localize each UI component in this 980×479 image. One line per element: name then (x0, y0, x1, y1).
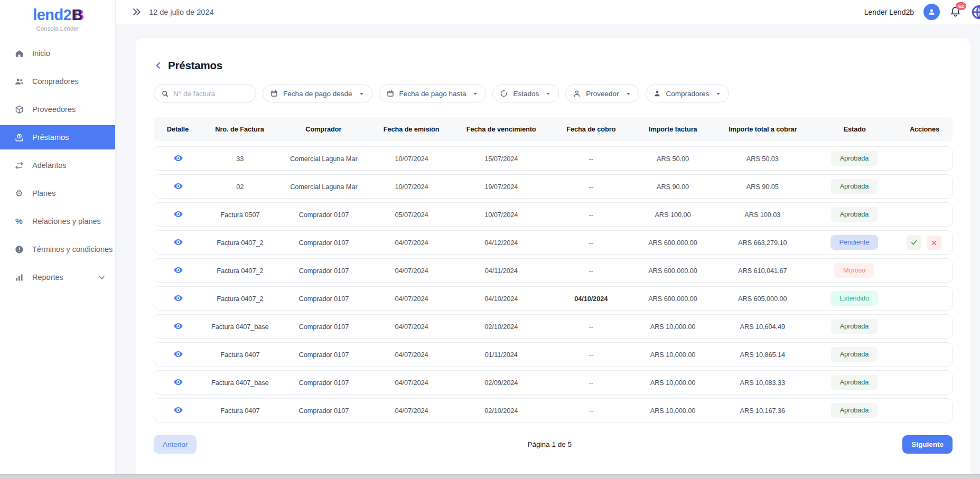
eye-icon (173, 293, 183, 303)
loans-card: Préstamos Fecha de pago desdeFecha de pa… (136, 38, 970, 479)
table-row: Factura 0507Comprador 010705/07/202410/0… (154, 202, 953, 227)
collection-date: -- (549, 323, 633, 331)
collection-date: -- (549, 239, 633, 247)
status-badge: Aprobada (831, 319, 878, 334)
status-circle-icon (500, 89, 508, 98)
due-date: 04/12/2024 (453, 239, 549, 247)
total-amount: ARS 663,279.10 (713, 239, 813, 247)
previous-page-button[interactable]: Anterior (154, 435, 197, 454)
search-input[interactable] (173, 90, 249, 98)
plans-icon: ⚙ (14, 188, 24, 199)
filter-label: Estados (513, 90, 539, 98)
invoice-number: Factura 0407_2 (202, 239, 278, 247)
filter-label: Fecha de pago desde (283, 90, 352, 98)
sidebar-nav: InicioCompradoresProveedores$PréstamosAd… (0, 41, 115, 289)
buyer-name: Comercial Laguna Mar (278, 183, 370, 191)
column-header-fecha-de-cobro: Fecha de cobro (549, 125, 633, 133)
column-header-acciones: Acciones (897, 125, 953, 133)
loans-icon: $ (14, 132, 24, 143)
logo: lend2BB (0, 6, 115, 24)
sidebar-item-proveedores[interactable]: Proveedores (0, 97, 115, 121)
avatar[interactable] (923, 4, 940, 20)
reject-button[interactable] (927, 236, 941, 250)
relations-icon: % (14, 216, 24, 227)
due-date: 15/07/2024 (453, 155, 549, 163)
status-badge: Aprobada (831, 151, 878, 166)
approve-button[interactable] (907, 235, 921, 250)
eye-icon (173, 321, 183, 331)
invoice-amount: ARS 100.00 (633, 211, 713, 219)
column-header-fecha-de-emision: Fecha de emisión (369, 125, 453, 133)
filter-label: Compradores (666, 90, 710, 98)
sidebar-item-reportes[interactable]: Reportes (0, 265, 115, 289)
issue-date: 04/07/2024 (370, 407, 454, 415)
sidebar-item-inicio[interactable]: Inicio (0, 41, 115, 65)
detail-button[interactable] (172, 208, 184, 220)
due-date: 02/09/2024 (453, 379, 549, 387)
detail-button[interactable] (172, 292, 184, 304)
eye-icon (173, 265, 183, 275)
sidebar-item-planes[interactable]: ⚙Planes (0, 181, 115, 205)
sidebar-item-label: Inicio (32, 49, 50, 58)
detail-button[interactable] (172, 152, 184, 164)
column-header-importe-factura: Importe factura (633, 125, 713, 133)
sidebar-item-prestamos[interactable]: $Préstamos (0, 125, 115, 149)
status-badge: Aprobada (831, 375, 878, 390)
pagination: Anterior Página 1 de 5 Siguiente (154, 435, 953, 454)
eye-icon (173, 209, 183, 219)
total-amount: ARS 610,041.67 (713, 267, 813, 275)
caret-down-icon (625, 90, 632, 97)
status-badge: Aprobada (831, 207, 878, 222)
sidebar-item-adelantos[interactable]: Adelantos (0, 153, 115, 177)
sidebar-item-label: Reportes (32, 273, 63, 281)
invoice-amount: ARS 10,000.00 (633, 379, 713, 387)
detail-button[interactable] (172, 376, 184, 388)
notifications-button[interactable]: 62 (949, 6, 962, 18)
column-header-estado: Estado (813, 125, 897, 133)
horizontal-scrollbar[interactable] (0, 474, 980, 479)
language-button[interactable] (971, 4, 980, 20)
invoice-amount: ARS 600,000.00 (633, 239, 713, 247)
total-amount: ARS 10,604.49 (713, 323, 813, 331)
issue-date: 05/07/2024 (370, 211, 454, 219)
filter-estados[interactable]: Estados (492, 84, 559, 102)
sidebar-item-label: Términos y condiciones (32, 245, 113, 253)
detail-button[interactable] (172, 320, 184, 332)
filter-label: Proveedor (586, 90, 619, 98)
issue-date: 10/07/2024 (370, 155, 454, 163)
content: Préstamos Fecha de pago desdeFecha de pa… (116, 24, 980, 479)
caret-down-icon (472, 90, 479, 97)
logo-b: B (71, 6, 82, 23)
detail-button[interactable] (172, 180, 184, 192)
detail-button[interactable] (172, 404, 184, 416)
filter-proveedor[interactable]: Proveedor (565, 84, 639, 102)
filter-fecha-de-pago-hasta[interactable]: Fecha de pago hasta (379, 84, 487, 102)
status-badge: Moroso (834, 263, 874, 278)
status-badge: Pendiente (830, 235, 879, 250)
logo-text: lend2 (33, 6, 71, 23)
table-row: Factura 0407_baseComprador 010704/07/202… (154, 314, 953, 339)
svg-text:$: $ (18, 134, 20, 137)
issue-date: 04/07/2024 (370, 323, 454, 331)
sidebar-item-compradores[interactable]: Compradores (0, 69, 115, 93)
back-icon[interactable] (154, 61, 163, 70)
main-area: 12 de julio de 2024 Lender Lend2b 62 (116, 0, 980, 479)
filter-fecha-de-pago-desde[interactable]: Fecha de pago desde (263, 84, 372, 102)
buyer-name: Comprador 0107 (278, 323, 370, 331)
detail-button[interactable] (172, 348, 184, 360)
detail-button[interactable] (172, 264, 184, 276)
table-row: Factura 0407_2Comprador 010704/07/202404… (154, 230, 953, 255)
collection-date: -- (549, 155, 633, 163)
eye-icon (173, 237, 183, 247)
detail-button[interactable] (172, 236, 184, 248)
next-page-button[interactable]: Siguiente (902, 435, 953, 454)
provider-icon (573, 89, 581, 98)
buyer-name: Comprador 0107 (278, 351, 370, 359)
caret-down-icon (358, 90, 365, 97)
collapse-sidebar-icon[interactable] (132, 7, 142, 17)
reports-icon (14, 272, 24, 283)
sidebar-item-relaciones-y-planes[interactable]: %Relaciones y planes (0, 209, 115, 233)
sidebar-item-terminos-y-condiciones[interactable]: Términos y condiciones (0, 237, 115, 261)
total-amount: ARS 90.05 (713, 183, 813, 191)
filter-compradores[interactable]: Compradores (646, 84, 730, 102)
